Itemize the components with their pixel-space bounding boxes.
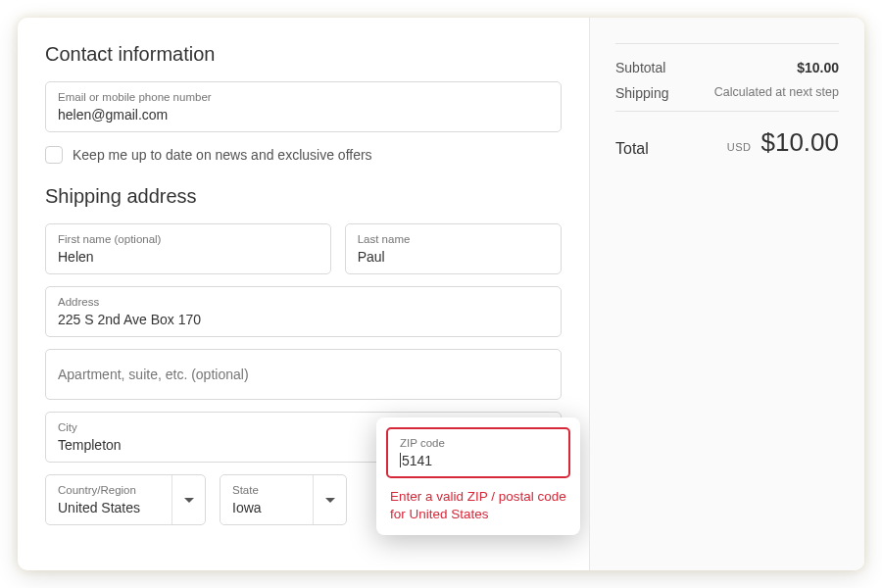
last-name-field[interactable]: Last name <box>345 223 562 274</box>
apartment-field[interactable]: Apartment, suite, etc. (optional) <box>45 349 562 400</box>
zip-popover: ZIP code 5141 Enter a valid ZIP / postal… <box>376 417 580 535</box>
summary-divider <box>615 43 839 44</box>
last-name-input[interactable] <box>358 248 549 266</box>
subtotal-label: Subtotal <box>615 60 665 75</box>
zip-value-text: 5141 <box>402 453 432 468</box>
total-label: Total <box>615 140 649 158</box>
total-currency: USD <box>727 141 752 153</box>
order-summary-column: Subtotal $10.00 Shipping Calculated at n… <box>590 18 864 570</box>
zip-field[interactable]: ZIP code 5141 <box>386 427 570 478</box>
subtotal-row: Subtotal $10.00 <box>615 60 839 75</box>
checkout-card: Contact information Email or mobile phon… <box>18 18 864 570</box>
subtotal-value: $10.00 <box>797 60 839 75</box>
first-name-label: First name (optional) <box>58 232 318 247</box>
state-select[interactable]: State Iowa <box>220 474 347 525</box>
caret-down-icon <box>184 498 194 503</box>
text-cursor <box>400 453 401 467</box>
last-name-label: Last name <box>358 232 549 247</box>
contact-heading: Contact information <box>45 43 562 66</box>
caret-down-icon <box>325 498 335 503</box>
checkout-left-column: Contact information Email or mobile phon… <box>18 18 590 570</box>
email-label: Email or mobile phone number <box>58 90 549 105</box>
newsletter-row: Keep me up to date on news and exclusive… <box>45 146 562 164</box>
shipping-value: Calculated at next step <box>714 85 839 101</box>
country-caret[interactable] <box>172 475 205 524</box>
apartment-placeholder: Apartment, suite, etc. (optional) <box>58 367 549 382</box>
first-name-field[interactable]: First name (optional) <box>45 223 331 274</box>
shipping-label: Shipping <box>615 85 669 101</box>
zip-label: ZIP code <box>400 436 557 451</box>
zip-input[interactable]: 5141 <box>400 452 557 469</box>
shipping-row: Shipping Calculated at next step <box>615 85 839 101</box>
first-name-input[interactable] <box>58 248 318 266</box>
total-row: Total USD $10.00 <box>615 127 839 158</box>
email-input[interactable] <box>58 106 549 123</box>
total-value-group: USD $10.00 <box>727 127 839 158</box>
email-field[interactable]: Email or mobile phone number <box>45 81 562 132</box>
address-field[interactable]: Address <box>45 286 562 337</box>
address-input[interactable] <box>58 311 549 328</box>
summary-divider <box>615 111 839 112</box>
newsletter-label: Keep me up to date on news and exclusive… <box>73 147 372 163</box>
country-select[interactable]: Country/Region United States <box>45 474 206 525</box>
zip-error-text: Enter a valid ZIP / postal code for Unit… <box>386 488 570 523</box>
shipping-heading: Shipping address <box>45 185 562 208</box>
address-label: Address <box>58 295 549 310</box>
total-amount: $10.00 <box>760 127 839 158</box>
state-caret[interactable] <box>313 475 346 524</box>
newsletter-checkbox[interactable] <box>45 146 63 164</box>
